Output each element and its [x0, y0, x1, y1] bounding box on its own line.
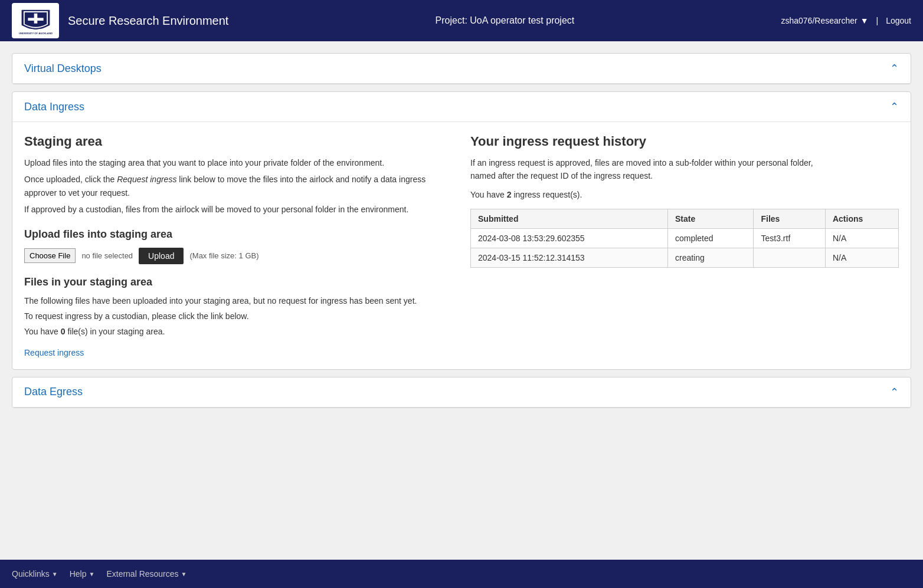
col-actions: Actions [825, 209, 898, 228]
data-ingress-chevron-icon: ⌃ [890, 100, 899, 113]
files-staging-title: Files in your staging area [24, 276, 453, 288]
upload-row: Choose File no file selected Upload (Max… [24, 248, 453, 264]
main-content: Virtual Desktops ⌃ Data Ingress ⌃ Stagin… [0, 41, 923, 427]
data-ingress-header[interactable]: Data Ingress ⌃ [12, 92, 911, 122]
header-title: Secure Research Environment [68, 14, 228, 28]
no-file-text: no file selected [81, 251, 133, 260]
data-egress-header[interactable]: Data Egress ⌃ [12, 377, 911, 408]
logo-box: UNIVERSITY OF AUCKLAND [12, 3, 59, 38]
choose-file-button[interactable]: Choose File [24, 248, 76, 263]
files-count-text: You have 0 file(s) in your staging area. [24, 325, 453, 338]
data-egress-section: Data Egress ⌃ [12, 377, 911, 408]
ingress-count-text: You have 2 ingress request(s). [470, 190, 899, 199]
cell-files: Test3.rtf [754, 228, 825, 248]
table-header-row: Submitted State Files Actions [471, 209, 899, 228]
upload-section-title: Upload files into staging area [24, 228, 453, 241]
header-left: UNIVERSITY OF AUCKLAND Secure Research E… [12, 3, 228, 38]
cell-state: creating [667, 248, 754, 267]
dropdown-icon: ▼ [860, 16, 869, 25]
history-desc-2: named after the request ID of the ingres… [470, 169, 899, 182]
user-link[interactable]: zsha076/Researcher [781, 16, 857, 25]
files-count-value: 0 [61, 327, 66, 336]
col-state: State [667, 209, 754, 228]
files-count-suffix: file(s) in your staging area. [66, 327, 165, 336]
ingress-body: Staging area Upload files into the stagi… [12, 122, 911, 369]
col-files: Files [754, 209, 825, 228]
ingress-right: Your ingress request history If an ingre… [470, 134, 899, 357]
data-ingress-title: Data Ingress [24, 101, 84, 113]
header-user: zsha076/Researcher ▼ | Logout [781, 16, 911, 25]
staging-desc-2: Once uploaded, click the Request ingress… [24, 173, 453, 199]
table-row: 2024-03-15 11:52:12.314153creatingN/A [471, 248, 899, 267]
staging-description: Upload files into the staging area that … [24, 156, 453, 216]
col-submitted: Submitted [471, 209, 668, 228]
ingress-history-table: Submitted State Files Actions 2024-03-08… [470, 209, 899, 268]
ingress-history-title: Your ingress request history [470, 134, 899, 149]
staging-title: Staging area [24, 134, 453, 149]
files-count-prefix: You have [24, 327, 61, 336]
count-value: 2 [507, 190, 512, 199]
ingress-history-desc: If an ingress request is approved, files… [470, 156, 899, 183]
cell-state: completed [667, 228, 754, 248]
header-project: Project: UoA operator test project [436, 15, 575, 26]
max-size-text: (Max file size: 1 GB) [189, 251, 258, 260]
virtual-desktops-header[interactable]: Virtual Desktops ⌃ [12, 54, 911, 84]
files-desc-1: The following files have been uploaded i… [24, 294, 453, 307]
logout-link[interactable]: Logout [886, 16, 911, 25]
virtual-desktops-chevron-icon: ⌃ [890, 62, 899, 75]
university-logo: UNIVERSITY OF AUCKLAND [14, 5, 58, 37]
ingress-left: Staging area Upload files into the stagi… [24, 134, 453, 357]
upload-button[interactable]: Upload [139, 248, 184, 264]
virtual-desktops-section: Virtual Desktops ⌃ [12, 53, 911, 84]
count-suffix: ingress request(s). [512, 190, 582, 199]
staging-desc-1: Upload files into the staging area that … [24, 156, 453, 169]
cell-submitted: 2024-03-08 13:53:29.602355 [471, 228, 668, 248]
svg-rect-2 [28, 18, 43, 21]
cell-submitted: 2024-03-15 11:52:12.314153 [471, 248, 668, 267]
request-ingress-link[interactable]: Request ingress [24, 348, 84, 357]
cell-actions: N/A [825, 228, 898, 248]
header: UNIVERSITY OF AUCKLAND Secure Research E… [0, 0, 923, 41]
svg-text:UNIVERSITY OF AUCKLAND: UNIVERSITY OF AUCKLAND [19, 32, 53, 35]
data-egress-title: Data Egress [24, 386, 83, 398]
files-desc-2: To request ingress by a custodian, pleas… [24, 310, 453, 323]
data-egress-chevron-icon: ⌃ [890, 386, 899, 399]
separator: | [876, 16, 879, 25]
staging-desc-3: If approved by a custodian, files from t… [24, 203, 453, 216]
count-prefix: You have [470, 190, 507, 199]
files-staging-desc: The following files have been uploaded i… [24, 294, 453, 339]
cell-files [754, 248, 825, 267]
history-desc-1: If an ingress request is approved, files… [470, 156, 899, 169]
virtual-desktops-title: Virtual Desktops [24, 63, 102, 75]
table-row: 2024-03-08 13:53:29.602355completedTest3… [471, 228, 899, 248]
data-ingress-section: Data Ingress ⌃ Staging area Upload files… [12, 91, 911, 370]
cell-actions: N/A [825, 248, 898, 267]
